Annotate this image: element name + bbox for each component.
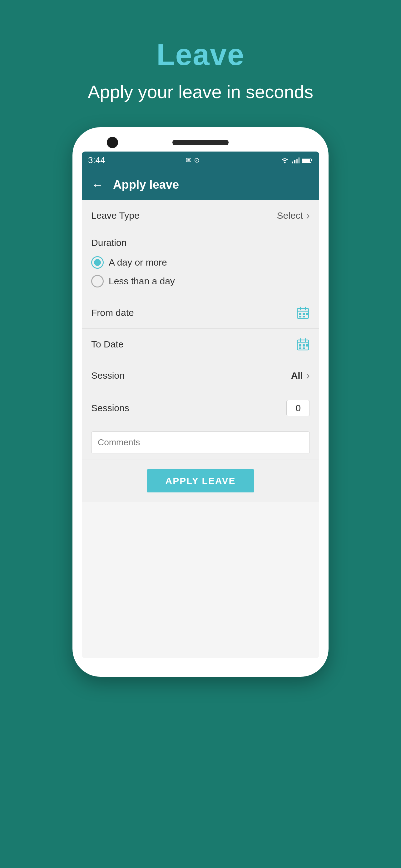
radio-day-or-more[interactable] xyxy=(91,256,104,269)
svg-rect-7 xyxy=(311,159,312,161)
leave-type-row[interactable]: Leave Type Select › xyxy=(82,200,319,231)
phone-camera xyxy=(107,137,118,148)
duration-row: Duration A day or more Less than a day xyxy=(82,231,319,297)
svg-rect-13 xyxy=(303,313,305,315)
sessions-label: Sessions xyxy=(91,403,129,413)
svg-rect-21 xyxy=(299,344,301,346)
sessions-value-box[interactable]: 0 xyxy=(287,400,310,416)
to-date-calendar-icon[interactable] xyxy=(296,337,310,351)
session-chevron: › xyxy=(306,369,310,382)
leave-type-value-group: Select › xyxy=(277,209,310,222)
svg-point-0 xyxy=(284,162,286,163)
to-date-label: To Date xyxy=(91,339,123,350)
phone-top-bar xyxy=(82,140,319,145)
comments-input[interactable] xyxy=(91,432,310,453)
page-title: Leave xyxy=(157,37,244,72)
app-header: ← Apply leave xyxy=(82,169,319,200)
phone-speaker xyxy=(172,140,229,145)
apply-leave-button[interactable]: APPLY LEAVE xyxy=(147,469,255,492)
apply-btn-row: APPLY LEAVE xyxy=(82,460,319,502)
duration-option-2-label: Less than a day xyxy=(109,276,175,286)
session-value-group: All › xyxy=(291,369,310,382)
mail-icon: ✉ xyxy=(186,156,192,164)
back-button[interactable]: ← xyxy=(91,178,104,192)
leave-type-chevron: › xyxy=(306,209,310,222)
alarm-icon: ⊙ xyxy=(194,156,200,164)
phone-screen: 3:44 ✉ ⊙ xyxy=(82,152,319,658)
status-icons: ✉ ⊙ xyxy=(186,156,200,164)
status-bar: 3:44 ✉ ⊙ xyxy=(82,152,319,169)
session-value: All xyxy=(291,370,303,381)
svg-rect-6 xyxy=(302,159,310,162)
phone-mockup: 3:44 ✉ ⊙ xyxy=(72,127,329,677)
session-row[interactable]: Session All › xyxy=(82,360,319,391)
page-subtitle: Apply your leave in seconds xyxy=(88,81,313,102)
svg-rect-24 xyxy=(303,347,305,349)
comments-row xyxy=(82,425,319,460)
screen-bottom-space xyxy=(82,502,319,658)
signal-icon xyxy=(291,157,300,163)
svg-rect-3 xyxy=(296,159,298,163)
app-header-title: Apply leave xyxy=(113,178,179,191)
from-date-calendar-icon[interactable] xyxy=(296,306,310,320)
svg-rect-1 xyxy=(292,161,293,163)
svg-rect-12 xyxy=(299,313,301,315)
svg-rect-15 xyxy=(303,316,305,317)
status-time: 3:44 xyxy=(88,155,105,165)
svg-rect-23 xyxy=(299,347,301,349)
svg-rect-14 xyxy=(299,316,301,317)
svg-rect-2 xyxy=(294,160,295,163)
svg-rect-4 xyxy=(298,157,300,163)
battery-icon xyxy=(302,157,313,163)
svg-rect-22 xyxy=(303,344,305,346)
wifi-icon xyxy=(280,157,289,163)
duration-label: Duration xyxy=(91,238,310,248)
from-date-label: From date xyxy=(91,307,134,318)
to-date-row[interactable]: To Date xyxy=(82,329,319,360)
sessions-row: Sessions 0 xyxy=(82,391,319,425)
duration-option-1-label: A day or more xyxy=(109,257,167,268)
session-label: Session xyxy=(91,370,125,381)
svg-rect-16 xyxy=(306,313,308,315)
radio-less-than-day[interactable] xyxy=(91,275,104,287)
svg-rect-25 xyxy=(306,344,308,346)
leave-type-label: Leave Type xyxy=(91,210,140,221)
leave-type-select: Select xyxy=(277,210,303,221)
duration-option-1[interactable]: A day or more xyxy=(91,253,310,272)
status-right-icons xyxy=(280,157,313,163)
duration-option-2[interactable]: Less than a day xyxy=(91,272,310,290)
from-date-row[interactable]: From date xyxy=(82,297,319,329)
